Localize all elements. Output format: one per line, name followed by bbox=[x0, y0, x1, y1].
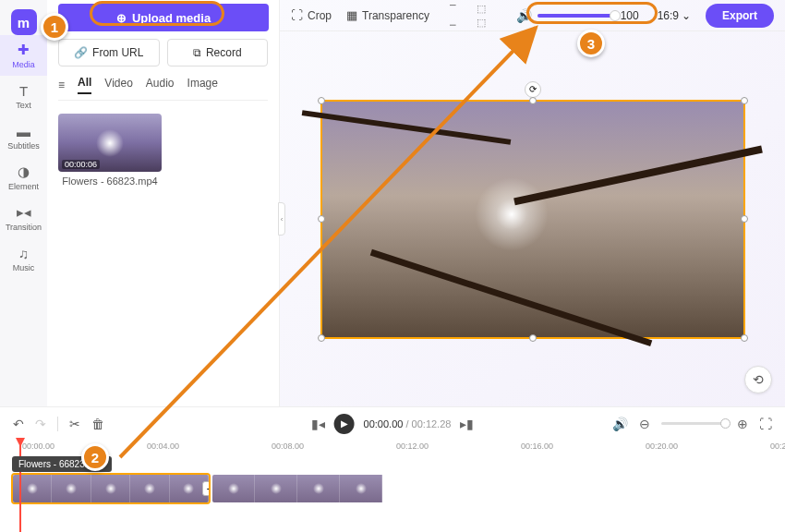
volume-control: 🔊 100 bbox=[516, 8, 643, 23]
tab-audio[interactable]: Audio bbox=[146, 77, 175, 93]
plus-circle-icon: ⊕ bbox=[116, 11, 127, 25]
chevron-down-icon: ⌄ bbox=[682, 9, 691, 22]
video-track: + bbox=[13, 475, 397, 502]
tab-image[interactable]: Image bbox=[187, 77, 218, 93]
cut-button[interactable]: ✂ bbox=[69, 417, 80, 431]
link-icon: 🔗 bbox=[74, 46, 88, 59]
layer-up-icon[interactable]: ⬚ bbox=[477, 3, 486, 15]
transparency-icon: ▦ bbox=[346, 8, 357, 22]
sidebar: m ✚Media TText ▬Subtitles ◑Element ▸◂Tra… bbox=[0, 0, 47, 406]
media-tabs: ≡ All Video Audio Image bbox=[58, 76, 268, 101]
thumbnail-duration: 00:00:06 bbox=[62, 160, 100, 169]
play-button[interactable]: ▶ bbox=[334, 414, 355, 434]
resize-handle[interactable] bbox=[741, 215, 748, 223]
video-preview[interactable]: ⟳ bbox=[320, 100, 745, 339]
zoom-out-button[interactable]: ⊖ bbox=[639, 417, 650, 431]
from-url-button[interactable]: 🔗From URL bbox=[58, 39, 160, 66]
element-icon: ◑ bbox=[18, 163, 30, 180]
record-button[interactable]: ⧉Record bbox=[167, 39, 269, 66]
subtitles-icon: ▬ bbox=[17, 124, 30, 139]
ruler-mark: 00:08.00 bbox=[272, 441, 304, 451]
app-logo: m bbox=[0, 4, 47, 35]
crop-button[interactable]: ⛶Crop bbox=[291, 8, 332, 22]
nav-label: Transition bbox=[6, 223, 42, 232]
nav-label: Text bbox=[16, 101, 31, 110]
media-panel: ⊕ Upload media 🔗From URL ⧉Record ≡ All V… bbox=[47, 0, 280, 406]
playback-bar: ↶ ↷ ✂ 🗑 ▮◂ ▶ 00:00.00 / 00:12.28 ▸▮ 🔊 ⊖ … bbox=[0, 406, 785, 440]
text-icon: T bbox=[19, 83, 28, 99]
crop-icon: ⛶ bbox=[291, 8, 303, 22]
zoom-in-button[interactable]: ⊕ bbox=[737, 417, 748, 431]
time-ruler[interactable]: 00:00.00 00:04.00 00:08.00 00:12.00 00:1… bbox=[13, 440, 772, 456]
clip-toolbar: ⛶Crop ▦Transparency ⎺ ⎽ ⬚ ⬚ 🔊 100 16:9⌄ … bbox=[280, 0, 785, 31]
playhead[interactable] bbox=[19, 440, 21, 532]
volume-slider[interactable] bbox=[537, 14, 615, 18]
nav-element[interactable]: ◑Element bbox=[0, 157, 47, 198]
annotation-step-1: 1 bbox=[41, 13, 68, 41]
prev-frame-button[interactable]: ▮◂ bbox=[311, 417, 325, 431]
resize-handle[interactable] bbox=[529, 97, 537, 104]
resize-handle[interactable] bbox=[318, 215, 325, 223]
panel-collapse-handle[interactable]: ‹ bbox=[278, 202, 285, 236]
tab-all[interactable]: All bbox=[78, 76, 91, 94]
resize-handle[interactable] bbox=[318, 334, 325, 342]
timeline-clip[interactable]: + bbox=[13, 475, 209, 502]
nav-label: Music bbox=[13, 263, 35, 272]
aspect-ratio-select[interactable]: 16:9⌄ bbox=[658, 9, 691, 22]
transition-icon: ▸◂ bbox=[17, 204, 31, 221]
resize-handle[interactable] bbox=[741, 97, 748, 104]
grid-icon: ≡ bbox=[58, 79, 65, 91]
annotation-step-3: 3 bbox=[577, 30, 605, 57]
resize-handle[interactable] bbox=[529, 334, 537, 342]
ruler-mark: 00:2 bbox=[770, 441, 785, 451]
rotate-handle[interactable]: ⟳ bbox=[525, 81, 541, 98]
nav-media[interactable]: ✚Media bbox=[0, 35, 47, 76]
media-thumbnail[interactable]: 00:00:06 Flowers - 66823.mp4 bbox=[58, 114, 162, 187]
ruler-mark: 00:20.00 bbox=[646, 441, 678, 451]
transparency-button[interactable]: ▦Transparency bbox=[346, 8, 429, 22]
nav-music[interactable]: ♫Music bbox=[0, 238, 47, 279]
editor-area: ⛶Crop ▦Transparency ⎺ ⎽ ⬚ ⬚ 🔊 100 16:9⌄ … bbox=[280, 0, 785, 406]
mute-button[interactable]: 🔊 bbox=[612, 417, 628, 431]
ruler-mark: 00:12.00 bbox=[396, 441, 429, 451]
nav-label: Subtitles bbox=[7, 141, 40, 151]
align-bottom-icon[interactable]: ⎽ bbox=[450, 17, 456, 28]
record-icon: ⧉ bbox=[193, 46, 201, 59]
nav-text[interactable]: TText bbox=[0, 76, 47, 116]
volume-value: 100 bbox=[621, 9, 643, 22]
speaker-icon[interactable]: 🔊 bbox=[516, 8, 532, 23]
music-icon: ♫ bbox=[18, 246, 29, 261]
layer-down-icon[interactable]: ⬚ bbox=[477, 17, 486, 29]
ruler-mark: 00:04.00 bbox=[147, 441, 179, 451]
timeline-clip[interactable] bbox=[212, 475, 397, 502]
resize-handle[interactable] bbox=[741, 334, 748, 342]
plus-icon: ✚ bbox=[18, 42, 30, 58]
resize-handle[interactable] bbox=[318, 97, 325, 104]
thumbnail-image: 00:00:06 bbox=[58, 114, 162, 172]
nav-label: Media bbox=[12, 60, 35, 69]
next-frame-button[interactable]: ▸▮ bbox=[460, 417, 474, 431]
upload-media-button[interactable]: ⊕ Upload media bbox=[58, 4, 269, 31]
upload-label: Upload media bbox=[132, 11, 211, 25]
undo-button[interactable]: ↶ bbox=[13, 417, 24, 431]
annotation-step-2: 2 bbox=[81, 443, 109, 471]
redo-button[interactable]: ↷ bbox=[35, 417, 46, 431]
align-top-icon[interactable]: ⎺ bbox=[450, 4, 456, 15]
tab-video[interactable]: Video bbox=[104, 77, 132, 93]
thumbnail-name: Flowers - 66823.mp4 bbox=[58, 175, 162, 187]
zoom-slider[interactable] bbox=[661, 422, 726, 425]
fit-button[interactable]: ⛶ bbox=[759, 417, 772, 431]
export-button[interactable]: Export bbox=[706, 4, 774, 28]
delete-button[interactable]: 🗑 bbox=[91, 417, 104, 431]
ruler-mark: 00:16.00 bbox=[521, 441, 553, 451]
add-transition-button[interactable]: + bbox=[202, 481, 209, 496]
timecode: 00:00.00 / 00:12.28 bbox=[364, 418, 452, 429]
reset-view-button[interactable]: ⟲ bbox=[744, 366, 772, 393]
ruler-mark: 00:00.00 bbox=[22, 441, 54, 451]
preview-canvas: ‹ ⟳ ⟲ bbox=[280, 31, 785, 406]
timeline: 00:00.00 00:04.00 00:08.00 00:12.00 00:1… bbox=[0, 440, 785, 532]
nav-transition[interactable]: ▸◂Transition bbox=[0, 198, 47, 238]
nav-label: Element bbox=[8, 182, 39, 191]
nav-subtitles[interactable]: ▬Subtitles bbox=[0, 116, 47, 157]
